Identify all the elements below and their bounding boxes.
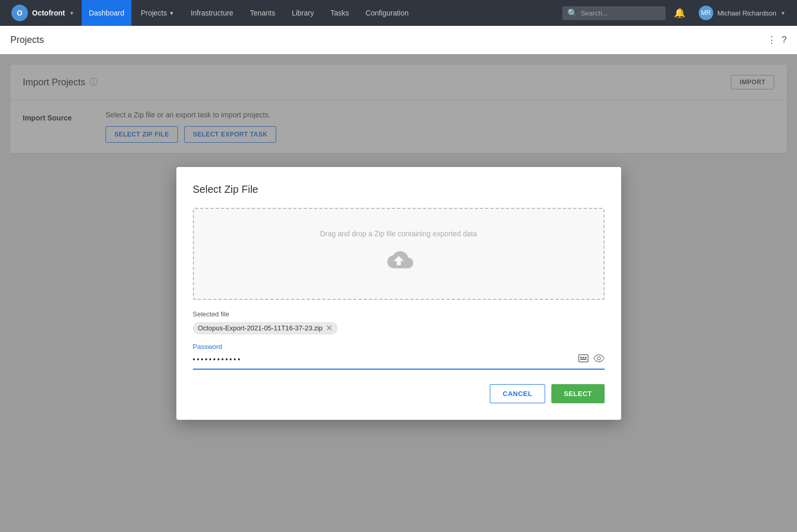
user-name: Michael Richardson <box>717 9 776 17</box>
search-icon: 🔍 <box>567 8 578 18</box>
svg-rect-4 <box>580 359 587 360</box>
upload-icon <box>383 246 414 278</box>
password-generator-icon[interactable] <box>578 353 589 367</box>
notification-bell[interactable]: 🔔 <box>668 7 691 19</box>
modal-footer: CANCEL SELECT <box>193 384 605 403</box>
svg-rect-2 <box>582 357 584 358</box>
svg-rect-1 <box>580 357 582 358</box>
brand-logo[interactable]: O Octofront ▼ <box>6 5 80 21</box>
modal-overlay: Select Zip File Drag and drop a Zip file… <box>0 54 797 532</box>
brand-dropdown-caret: ▼ <box>69 10 74 16</box>
select-zip-modal: Select Zip File Drag and drop a Zip file… <box>176 167 621 420</box>
projects-caret: ▼ <box>169 10 174 16</box>
file-chip-name: Octopus-Export-2021-05-11T16-37-23.zip <box>198 324 323 332</box>
search-bar: 🔍 <box>562 6 666 20</box>
password-icons <box>578 353 605 367</box>
dropzone-text: Drag and drop a Zip file containing expo… <box>320 230 477 238</box>
password-section: Password <box>193 343 605 370</box>
cancel-button[interactable]: CANCEL <box>490 384 545 403</box>
brand-name: Octofront <box>32 9 65 17</box>
svg-rect-3 <box>585 357 587 358</box>
page-header: Projects ⋮ ? <box>0 26 797 54</box>
user-menu[interactable]: MR Michael Richardson ▼ <box>694 6 791 20</box>
page-header-actions: ⋮ ? <box>767 34 787 45</box>
nav-item-projects[interactable]: Projects ▼ <box>133 0 181 26</box>
main-content: Import Projects ⓘ IMPORT Import Source S… <box>0 54 797 532</box>
page-title: Projects <box>10 35 44 45</box>
nav-item-configuration[interactable]: Configuration <box>358 0 416 26</box>
nav-item-tasks[interactable]: Tasks <box>323 0 356 26</box>
password-show-icon[interactable] <box>593 353 605 367</box>
svg-point-5 <box>597 357 600 360</box>
search-input[interactable] <box>581 9 660 17</box>
user-avatar: MR <box>699 6 713 20</box>
nav-item-library[interactable]: Library <box>284 0 321 26</box>
brand-avatar: O <box>11 5 28 21</box>
file-chip: Octopus-Export-2021-05-11T16-37-23.zip ✕ <box>193 322 338 335</box>
file-chip-remove-icon[interactable]: ✕ <box>326 324 333 332</box>
user-caret: ▼ <box>780 10 786 16</box>
top-navigation: O Octofront ▼ Dashboard Projects ▼ Infra… <box>0 0 797 26</box>
nav-item-infrastructure[interactable]: Infrastructure <box>184 0 240 26</box>
more-options-icon[interactable]: ⋮ <box>767 34 776 45</box>
selected-file-section: Selected file Octopus-Export-2021-05-11T… <box>193 310 605 335</box>
selected-file-label: Selected file <box>193 310 605 318</box>
help-icon[interactable]: ? <box>781 35 787 45</box>
password-input-row <box>193 353 605 370</box>
password-input[interactable] <box>193 355 574 363</box>
modal-title: Select Zip File <box>193 184 605 195</box>
dropzone[interactable]: Drag and drop a Zip file containing expo… <box>193 208 605 300</box>
password-label: Password <box>193 343 605 351</box>
select-button[interactable]: SELECT <box>551 384 604 403</box>
nav-item-tenants[interactable]: Tenants <box>243 0 282 26</box>
nav-item-dashboard[interactable]: Dashboard <box>82 0 132 26</box>
